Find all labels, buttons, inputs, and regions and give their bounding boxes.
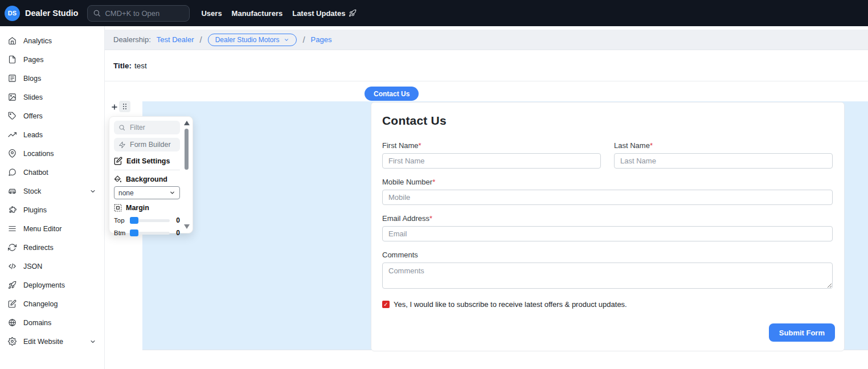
slider-thumb[interactable] [130, 217, 138, 224]
nav-link-latest-updates[interactable]: Latest Updates [292, 9, 357, 18]
sidebar-item-blogs[interactable]: Blogs [0, 69, 104, 88]
required-asterisk: * [419, 141, 421, 150]
sidebar-item-label: Domains [23, 319, 96, 327]
menu-icon [8, 224, 17, 233]
blog-icon [8, 74, 17, 83]
image-icon [8, 93, 17, 101]
last-name-input[interactable] [614, 153, 833, 169]
breadcrumb: Dealership: Test Dealer / Dealer Studio … [105, 30, 868, 50]
scrollbar-thumb[interactable] [185, 129, 189, 170]
main-content: Dealership: Test Dealer / Dealer Studio … [105, 26, 868, 369]
sidebar-item-pages[interactable]: Pages [0, 50, 104, 69]
edit-icon [114, 157, 122, 165]
block-settings-panel: Filter Form Builder Edit Settings Backgr… [109, 116, 193, 233]
label-text: Email Address [382, 214, 429, 223]
scroll-up-icon[interactable] [184, 121, 190, 125]
puzzle-icon [8, 206, 17, 214]
label-text: First Name [382, 141, 419, 150]
sidebar-item-chatbot[interactable]: Chatbot [0, 163, 104, 182]
slider-thumb[interactable] [130, 229, 138, 236]
rocket-icon [349, 9, 357, 17]
refresh-icon [8, 243, 17, 252]
sidebar-item-redirects[interactable]: Redirects [0, 238, 104, 257]
plus-icon [110, 103, 118, 111]
form-builder-item[interactable]: Form Builder [114, 138, 180, 151]
edit-settings-label: Edit Settings [126, 157, 170, 165]
dealer-select-value: Dealer Studio Motors [215, 36, 280, 44]
breadcrumb-pages-link[interactable]: Pages [311, 35, 332, 44]
edit-settings-item[interactable]: Edit Settings [114, 157, 180, 165]
field-label: Last Name* [614, 141, 833, 150]
margin-bottom-slider[interactable] [130, 232, 170, 235]
mobile-input[interactable] [382, 190, 833, 205]
sidebar-item-offers[interactable]: Offers [0, 106, 104, 125]
breadcrumb-prefix: Dealership: [113, 35, 151, 44]
dealer-select-dropdown[interactable]: Dealer Studio Motors [208, 34, 297, 46]
sidebar-item-label: Changelog [23, 300, 96, 308]
first-name-field: First Name* [382, 141, 601, 169]
field-label: Email Address* [382, 214, 833, 223]
form-tab-row: Contact Us [105, 81, 868, 101]
brand-logo: DS [5, 6, 20, 21]
margin-top-slider[interactable] [130, 219, 170, 222]
first-name-input[interactable] [382, 153, 601, 169]
subscribe-checkbox[interactable]: ✓ [382, 301, 390, 308]
sidebar-item-deployments[interactable]: Deployments [0, 276, 104, 294]
submit-form-button[interactable]: Submit Form [769, 323, 835, 342]
globe-icon [8, 318, 17, 327]
margin-section-header: Margin [114, 204, 180, 212]
add-block-button[interactable] [110, 103, 119, 112]
breadcrumb-separator: / [200, 35, 202, 44]
sidebar-item-analytics[interactable]: Analytics [0, 31, 104, 50]
sidebar-item-stock[interactable]: Stock [0, 182, 104, 200]
label-text: Last Name [614, 141, 650, 150]
sidebar-item-label: Offers [23, 112, 96, 120]
sidebar-item-label: JSON [23, 263, 96, 270]
nav-link-manufacturers[interactable]: Manufacturers [232, 9, 283, 18]
panel-scrollbar[interactable] [183, 120, 190, 230]
sidebar-item-json[interactable]: JSON [0, 257, 104, 276]
sidebar-item-label: Plugins [23, 206, 96, 214]
background-select[interactable]: none [114, 186, 180, 199]
sidebar-item-label: Stock [23, 187, 83, 195]
sidebar-item-locations[interactable]: Locations [0, 144, 104, 163]
sidebar-item-label: Menu Editor [23, 225, 96, 233]
subscribe-checkbox-row[interactable]: ✓ Yes, I would like to subscribe to rece… [382, 300, 833, 309]
form-heading: Contact Us [382, 114, 833, 128]
command-search-input[interactable]: CMD+K to Open [87, 5, 190, 22]
margin-label: Margin [126, 204, 149, 212]
sidebar-item-plugins[interactable]: Plugins [0, 200, 104, 219]
sidebar-item-label: Redirects [23, 244, 96, 252]
margin-icon [114, 204, 122, 212]
comments-textarea[interactable] [382, 263, 833, 289]
contact-us-tab[interactable]: Contact Us [365, 87, 419, 101]
drag-handle[interactable] [119, 101, 130, 112]
sidebar-item-slides[interactable]: Slides [0, 88, 104, 106]
slider-label: Btm [114, 229, 127, 236]
top-navbar: DS Dealer Studio CMD+K to Open Users Man… [0, 0, 868, 26]
nav-link-label: Latest Updates [292, 9, 345, 18]
label-text: Mobile Number [382, 178, 432, 186]
comments-field: Comments [382, 251, 833, 291]
sidebar-item-menu-editor[interactable]: Menu Editor [0, 219, 104, 238]
nav-link-users[interactable]: Users [201, 9, 222, 18]
email-field: Email Address* [382, 214, 833, 241]
sidebar-item-changelog[interactable]: Changelog [0, 294, 104, 313]
filter-placeholder: Filter [130, 124, 145, 132]
breadcrumb-dealer-link[interactable]: Test Dealer [157, 35, 194, 44]
sidebar-item-edit-website[interactable]: Edit Website [0, 332, 104, 351]
scroll-down-icon[interactable] [184, 224, 190, 229]
sidebar-item-domains[interactable]: Domains [0, 313, 104, 332]
sidebar-item-label: Chatbot [23, 169, 96, 177]
sidebar-item-leads[interactable]: Leads [0, 125, 104, 144]
subscribe-checkbox-label: Yes, I would like to subscribe to receiv… [394, 300, 627, 309]
field-label: Mobile Number* [382, 178, 833, 186]
chevron-down-icon [89, 188, 96, 195]
lightning-icon [118, 141, 126, 149]
email-input[interactable] [382, 226, 833, 241]
map-pin-icon [8, 149, 17, 158]
field-label: First Name* [382, 141, 601, 150]
filter-input[interactable]: Filter [114, 121, 180, 134]
tag-icon [8, 112, 17, 120]
required-asterisk: * [650, 141, 653, 150]
